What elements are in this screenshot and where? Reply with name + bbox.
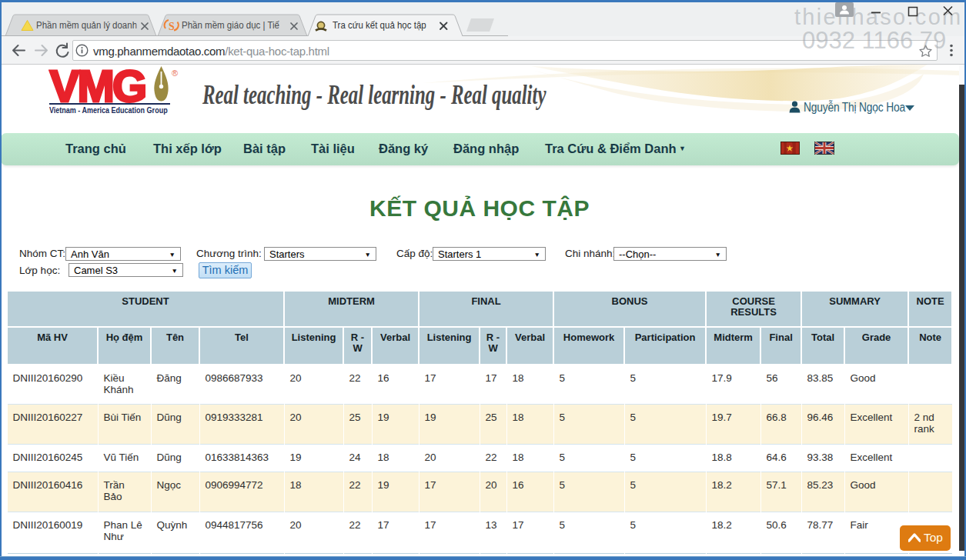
svg-text:S: S [169, 21, 175, 32]
svg-text:VMG: VMG [50, 65, 145, 105]
svg-text:®: ® [172, 68, 178, 78]
